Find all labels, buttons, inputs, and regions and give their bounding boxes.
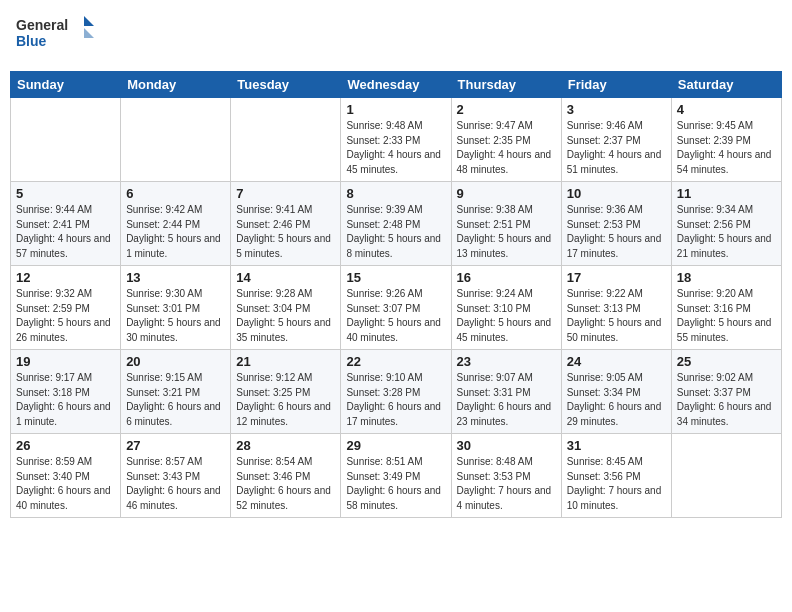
day-number: 23 <box>457 354 556 369</box>
day-number: 27 <box>126 438 225 453</box>
calendar-cell: 17Sunrise: 9:22 AM Sunset: 3:13 PM Dayli… <box>561 266 671 350</box>
weekday-header: Monday <box>121 72 231 98</box>
day-number: 7 <box>236 186 335 201</box>
calendar-cell: 3Sunrise: 9:46 AM Sunset: 2:37 PM Daylig… <box>561 98 671 182</box>
day-number: 31 <box>567 438 666 453</box>
calendar-cell: 15Sunrise: 9:26 AM Sunset: 3:07 PM Dayli… <box>341 266 451 350</box>
day-info: Sunrise: 9:44 AM Sunset: 2:41 PM Dayligh… <box>16 203 115 261</box>
calendar-cell: 14Sunrise: 9:28 AM Sunset: 3:04 PM Dayli… <box>231 266 341 350</box>
calendar-cell: 21Sunrise: 9:12 AM Sunset: 3:25 PM Dayli… <box>231 350 341 434</box>
day-number: 2 <box>457 102 556 117</box>
svg-marker-3 <box>84 28 94 38</box>
day-info: Sunrise: 9:34 AM Sunset: 2:56 PM Dayligh… <box>677 203 776 261</box>
calendar-cell: 4Sunrise: 9:45 AM Sunset: 2:39 PM Daylig… <box>671 98 781 182</box>
day-number: 17 <box>567 270 666 285</box>
day-number: 15 <box>346 270 445 285</box>
day-number: 21 <box>236 354 335 369</box>
weekday-header: Wednesday <box>341 72 451 98</box>
calendar-cell: 26Sunrise: 8:59 AM Sunset: 3:40 PM Dayli… <box>11 434 121 518</box>
calendar-cell: 28Sunrise: 8:54 AM Sunset: 3:46 PM Dayli… <box>231 434 341 518</box>
calendar-week-row: 12Sunrise: 9:32 AM Sunset: 2:59 PM Dayli… <box>11 266 782 350</box>
calendar-cell: 18Sunrise: 9:20 AM Sunset: 3:16 PM Dayli… <box>671 266 781 350</box>
day-number: 9 <box>457 186 556 201</box>
day-number: 29 <box>346 438 445 453</box>
day-info: Sunrise: 9:41 AM Sunset: 2:46 PM Dayligh… <box>236 203 335 261</box>
day-number: 28 <box>236 438 335 453</box>
calendar-week-row: 19Sunrise: 9:17 AM Sunset: 3:18 PM Dayli… <box>11 350 782 434</box>
weekday-header: Thursday <box>451 72 561 98</box>
weekday-header: Friday <box>561 72 671 98</box>
day-number: 30 <box>457 438 556 453</box>
day-info: Sunrise: 9:39 AM Sunset: 2:48 PM Dayligh… <box>346 203 445 261</box>
day-number: 12 <box>16 270 115 285</box>
day-info: Sunrise: 9:12 AM Sunset: 3:25 PM Dayligh… <box>236 371 335 429</box>
day-info: Sunrise: 9:32 AM Sunset: 2:59 PM Dayligh… <box>16 287 115 345</box>
day-info: Sunrise: 9:26 AM Sunset: 3:07 PM Dayligh… <box>346 287 445 345</box>
calendar-cell <box>121 98 231 182</box>
day-info: Sunrise: 9:10 AM Sunset: 3:28 PM Dayligh… <box>346 371 445 429</box>
day-info: Sunrise: 9:07 AM Sunset: 3:31 PM Dayligh… <box>457 371 556 429</box>
day-info: Sunrise: 9:28 AM Sunset: 3:04 PM Dayligh… <box>236 287 335 345</box>
calendar-cell: 29Sunrise: 8:51 AM Sunset: 3:49 PM Dayli… <box>341 434 451 518</box>
day-info: Sunrise: 8:51 AM Sunset: 3:49 PM Dayligh… <box>346 455 445 513</box>
day-info: Sunrise: 8:45 AM Sunset: 3:56 PM Dayligh… <box>567 455 666 513</box>
day-number: 8 <box>346 186 445 201</box>
calendar-cell: 12Sunrise: 9:32 AM Sunset: 2:59 PM Dayli… <box>11 266 121 350</box>
day-number: 6 <box>126 186 225 201</box>
calendar-cell <box>671 434 781 518</box>
calendar-cell: 16Sunrise: 9:24 AM Sunset: 3:10 PM Dayli… <box>451 266 561 350</box>
day-info: Sunrise: 8:54 AM Sunset: 3:46 PM Dayligh… <box>236 455 335 513</box>
day-number: 4 <box>677 102 776 117</box>
calendar-week-row: 26Sunrise: 8:59 AM Sunset: 3:40 PM Dayli… <box>11 434 782 518</box>
calendar-cell: 31Sunrise: 8:45 AM Sunset: 3:56 PM Dayli… <box>561 434 671 518</box>
day-number: 14 <box>236 270 335 285</box>
calendar-cell <box>11 98 121 182</box>
day-number: 19 <box>16 354 115 369</box>
day-number: 3 <box>567 102 666 117</box>
svg-text:General: General <box>16 17 68 33</box>
calendar-cell: 2Sunrise: 9:47 AM Sunset: 2:35 PM Daylig… <box>451 98 561 182</box>
day-number: 22 <box>346 354 445 369</box>
day-info: Sunrise: 9:42 AM Sunset: 2:44 PM Dayligh… <box>126 203 225 261</box>
day-number: 24 <box>567 354 666 369</box>
calendar-cell: 24Sunrise: 9:05 AM Sunset: 3:34 PM Dayli… <box>561 350 671 434</box>
day-info: Sunrise: 9:47 AM Sunset: 2:35 PM Dayligh… <box>457 119 556 177</box>
svg-marker-2 <box>84 16 94 26</box>
day-info: Sunrise: 9:48 AM Sunset: 2:33 PM Dayligh… <box>346 119 445 177</box>
day-info: Sunrise: 9:17 AM Sunset: 3:18 PM Dayligh… <box>16 371 115 429</box>
page: General Blue SundayMondayTuesdayWednesda… <box>0 0 792 612</box>
svg-text:Blue: Blue <box>16 33 47 49</box>
calendar-cell: 6Sunrise: 9:42 AM Sunset: 2:44 PM Daylig… <box>121 182 231 266</box>
day-number: 13 <box>126 270 225 285</box>
day-info: Sunrise: 9:30 AM Sunset: 3:01 PM Dayligh… <box>126 287 225 345</box>
calendar-cell: 7Sunrise: 9:41 AM Sunset: 2:46 PM Daylig… <box>231 182 341 266</box>
day-number: 25 <box>677 354 776 369</box>
day-number: 11 <box>677 186 776 201</box>
calendar-cell: 13Sunrise: 9:30 AM Sunset: 3:01 PM Dayli… <box>121 266 231 350</box>
calendar-cell: 11Sunrise: 9:34 AM Sunset: 2:56 PM Dayli… <box>671 182 781 266</box>
day-info: Sunrise: 9:36 AM Sunset: 2:53 PM Dayligh… <box>567 203 666 261</box>
calendar-cell: 9Sunrise: 9:38 AM Sunset: 2:51 PM Daylig… <box>451 182 561 266</box>
calendar-cell <box>231 98 341 182</box>
calendar-cell: 10Sunrise: 9:36 AM Sunset: 2:53 PM Dayli… <box>561 182 671 266</box>
calendar-cell: 20Sunrise: 9:15 AM Sunset: 3:21 PM Dayli… <box>121 350 231 434</box>
weekday-header: Saturday <box>671 72 781 98</box>
day-info: Sunrise: 8:57 AM Sunset: 3:43 PM Dayligh… <box>126 455 225 513</box>
calendar-cell: 5Sunrise: 9:44 AM Sunset: 2:41 PM Daylig… <box>11 182 121 266</box>
day-info: Sunrise: 9:20 AM Sunset: 3:16 PM Dayligh… <box>677 287 776 345</box>
calendar-cell: 1Sunrise: 9:48 AM Sunset: 2:33 PM Daylig… <box>341 98 451 182</box>
day-number: 1 <box>346 102 445 117</box>
day-info: Sunrise: 8:59 AM Sunset: 3:40 PM Dayligh… <box>16 455 115 513</box>
logo: General Blue <box>16 14 96 59</box>
day-info: Sunrise: 9:46 AM Sunset: 2:37 PM Dayligh… <box>567 119 666 177</box>
calendar-cell: 8Sunrise: 9:39 AM Sunset: 2:48 PM Daylig… <box>341 182 451 266</box>
day-info: Sunrise: 9:22 AM Sunset: 3:13 PM Dayligh… <box>567 287 666 345</box>
logo-svg: General Blue <box>16 14 96 59</box>
calendar-header-row: SundayMondayTuesdayWednesdayThursdayFrid… <box>11 72 782 98</box>
calendar-cell: 30Sunrise: 8:48 AM Sunset: 3:53 PM Dayli… <box>451 434 561 518</box>
day-info: Sunrise: 9:45 AM Sunset: 2:39 PM Dayligh… <box>677 119 776 177</box>
day-number: 26 <box>16 438 115 453</box>
day-info: Sunrise: 8:48 AM Sunset: 3:53 PM Dayligh… <box>457 455 556 513</box>
day-number: 16 <box>457 270 556 285</box>
calendar-cell: 22Sunrise: 9:10 AM Sunset: 3:28 PM Dayli… <box>341 350 451 434</box>
